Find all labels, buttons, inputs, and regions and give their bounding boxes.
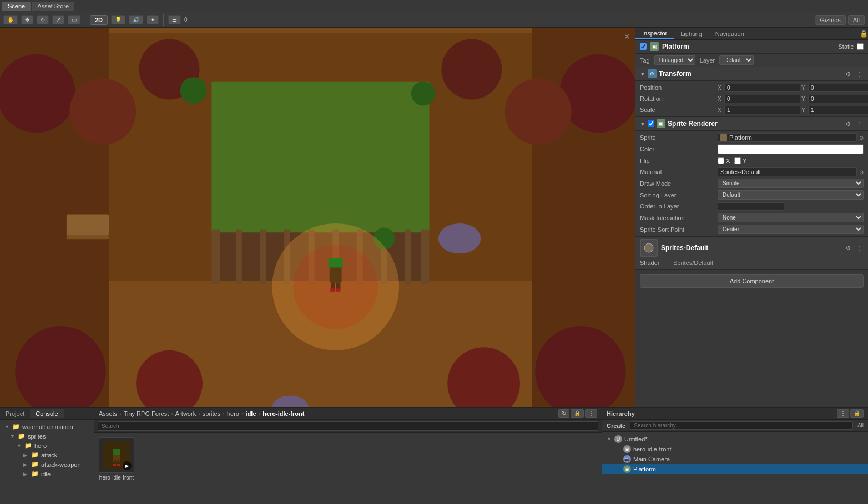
- asset-lock-btn[interactable]: 🔒: [571, 409, 584, 418]
- hierarchy-platform-label: Platform: [633, 466, 656, 472]
- hierarchy-actions: ⋮ 🔒: [837, 409, 864, 418]
- svg-rect-7: [211, 230, 220, 284]
- sorting-layer-select[interactable]: Default: [718, 190, 864, 200]
- tab-asset-store[interactable]: Asset Store: [32, 2, 74, 11]
- sprite-renderer-settings-btn[interactable]: ⚙: [844, 121, 852, 127]
- hierarchy-lock-btn[interactable]: 🔒: [850, 409, 864, 418]
- rotate-tool-btn[interactable]: ↻: [37, 15, 49, 24]
- position-x-input[interactable]: [724, 84, 800, 92]
- hierarchy-item-camera[interactable]: 📷 Main Camera: [602, 454, 868, 464]
- light-toggle-btn[interactable]: 💡: [111, 15, 125, 24]
- asset-refresh-btn[interactable]: ↻: [558, 409, 569, 418]
- scene-close-btn[interactable]: ✕: [624, 32, 630, 41]
- breadcrumb-artwork[interactable]: Artwork: [175, 410, 196, 417]
- hand-tool-btn[interactable]: ✋: [3, 15, 18, 24]
- scale-row: Scale X Y Z: [635, 104, 868, 115]
- breadcrumb-hero[interactable]: hero: [227, 410, 239, 417]
- draw-mode-row: Draw Mode Simple: [635, 177, 868, 189]
- rotation-y-input[interactable]: [808, 95, 868, 103]
- rotation-value: X Y Z: [718, 95, 868, 103]
- tag-layer-row: Tag Untagged Layer Default: [635, 54, 868, 67]
- inspector-tabs: Inspector Lighting Navigation 🔒: [635, 28, 868, 40]
- mask-interaction-select[interactable]: None: [718, 213, 864, 222]
- sprite-sort-point-select[interactable]: Center: [718, 225, 864, 234]
- flip-x-label: X: [726, 157, 730, 164]
- scale-y-field: Y: [801, 106, 868, 114]
- create-dropdown[interactable]: Create: [607, 422, 625, 429]
- asset-collapse-btn[interactable]: ⋮: [585, 409, 597, 418]
- tree-item-waterfall[interactable]: ▼ 📁 waterfull animation: [0, 422, 94, 431]
- scene-view[interactable]: ✕: [0, 28, 635, 407]
- breadcrumb-active[interactable]: hero-idle-front: [263, 410, 304, 417]
- material-reference[interactable]: Sprites-Default: [718, 167, 857, 176]
- rotation-x-input[interactable]: [724, 95, 800, 103]
- breadcrumb-assets[interactable]: Assets: [99, 410, 117, 417]
- flip-x-checkbox[interactable]: [718, 157, 724, 164]
- inspector-panel: Inspector Lighting Navigation 🔒 ▣ Platfo…: [635, 28, 868, 407]
- sprite-picker-btn[interactable]: ⊙: [859, 135, 864, 141]
- flip-y-checkbox[interactable]: [734, 157, 741, 164]
- add-component-section: Add Component: [635, 270, 868, 292]
- tab-inspector[interactable]: Inspector: [635, 28, 674, 39]
- tree-item-hero[interactable]: ▼ 📁 hero: [0, 441, 94, 450]
- hierarchy-all-btn[interactable]: All: [857, 422, 864, 429]
- gizmos-btn[interactable]: Gizmos: [815, 15, 845, 25]
- folder-icon-waterfall: 📁: [12, 423, 20, 430]
- layer-select[interactable]: Default: [719, 55, 754, 65]
- tab-lighting[interactable]: Lighting: [674, 28, 709, 39]
- play-overlay-btn[interactable]: ▶: [123, 461, 132, 470]
- sprite-renderer-header[interactable]: ▼ ▣ Sprite Renderer ⚙ ⋮: [635, 117, 868, 131]
- console-tab[interactable]: Console: [30, 409, 63, 418]
- layers-btn[interactable]: ☰: [168, 15, 181, 24]
- fx-toggle-btn[interactable]: ✦: [147, 15, 159, 24]
- 2d-toggle-btn[interactable]: 2D: [90, 15, 108, 25]
- transform-settings-btn[interactable]: ⚙: [844, 71, 852, 77]
- transform-component-header[interactable]: ▼ ⊕ Transform ⚙ ⋮: [635, 67, 868, 81]
- scale-x-input[interactable]: [724, 106, 800, 114]
- tab-navigation[interactable]: Navigation: [709, 28, 751, 39]
- rect-tool-btn[interactable]: ▭: [68, 15, 80, 24]
- breadcrumb-idle[interactable]: idle: [246, 410, 256, 417]
- move-tool-btn[interactable]: ✥: [21, 15, 33, 24]
- asset-browser: Assets › Tiny RPG Forest › Artwork › spr…: [94, 408, 602, 504]
- tag-select[interactable]: Untagged: [654, 55, 695, 65]
- color-swatch[interactable]: [718, 144, 864, 154]
- scale-y-input[interactable]: [808, 106, 868, 114]
- sprite-reference[interactable]: Platform: [718, 133, 857, 142]
- asset-search-input[interactable]: [98, 421, 598, 431]
- tree-item-sprites[interactable]: ▼ 📁 sprites: [0, 431, 94, 441]
- hierarchy-scene[interactable]: ▼ U Untitled*: [602, 434, 868, 444]
- tree-item-attack[interactable]: ▶ 📁 attack: [0, 450, 94, 460]
- scale-tool-btn[interactable]: ⤢: [52, 15, 64, 24]
- shader-overflow-btn[interactable]: ⋮: [855, 245, 864, 251]
- all-btn[interactable]: All: [848, 15, 865, 25]
- breadcrumb-sprites[interactable]: sprites: [203, 410, 220, 417]
- shader-settings-btn[interactable]: ⚙: [844, 245, 852, 251]
- mask-interaction-label: Mask Interaction: [640, 215, 718, 221]
- tree-arrow-hero: ▼: [17, 443, 22, 449]
- hierarchy-search-input[interactable]: [630, 421, 853, 430]
- gameobject-active-checkbox[interactable]: [640, 43, 647, 50]
- hierarchy-item-platform[interactable]: ▣ Platform: [602, 464, 868, 474]
- draw-mode-select[interactable]: Simple: [718, 179, 864, 188]
- list-item[interactable]: ▶ hero-idle-front: [99, 437, 134, 481]
- project-tab[interactable]: Project: [0, 409, 30, 418]
- tree-item-attack-weapon[interactable]: ▶ 📁 attack-weapon: [0, 460, 94, 469]
- static-checkbox[interactable]: [857, 43, 864, 50]
- lock-icon[interactable]: 🔒: [860, 30, 868, 38]
- order-in-layer-input[interactable]: -1: [718, 202, 784, 211]
- hierarchy-header: Hierarchy ⋮ 🔒: [602, 408, 868, 420]
- add-component-btn[interactable]: Add Component: [640, 274, 864, 288]
- audio-toggle-btn[interactable]: 🔊: [129, 15, 143, 24]
- breadcrumb-tiny[interactable]: Tiny RPG Forest: [124, 410, 169, 417]
- svg-point-19: [0, 54, 75, 133]
- tab-scene[interactable]: Scene: [2, 2, 31, 11]
- hierarchy-item-hero[interactable]: ▣ hero-idle-front: [602, 444, 868, 454]
- position-y-input[interactable]: [808, 84, 868, 92]
- tree-item-idle[interactable]: ▶ 📁 idle: [0, 469, 94, 478]
- transform-overflow-btn[interactable]: ⋮: [855, 71, 864, 77]
- material-picker-btn[interactable]: ⊙: [859, 169, 864, 175]
- sprite-renderer-overflow-btn[interactable]: ⋮: [855, 121, 864, 127]
- sprite-renderer-checkbox[interactable]: [648, 120, 654, 127]
- hierarchy-collapse-btn[interactable]: ⋮: [837, 409, 849, 418]
